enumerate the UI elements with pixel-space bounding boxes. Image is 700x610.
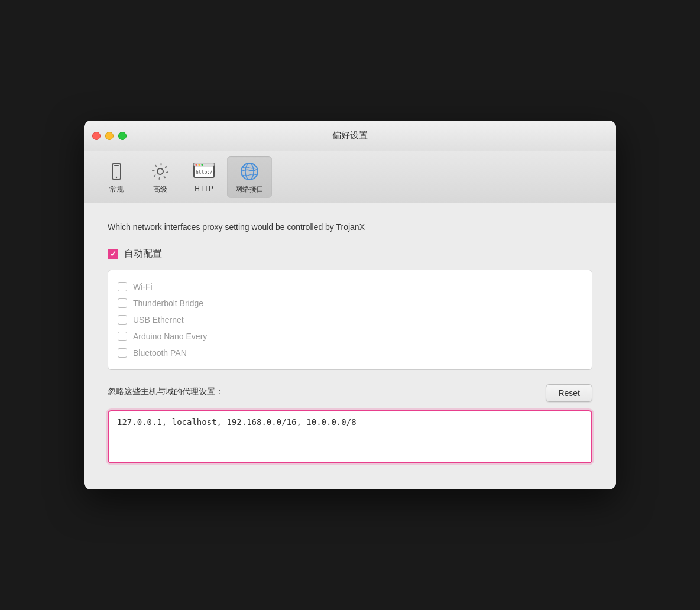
- tab-advanced-label: 高级: [153, 184, 167, 194]
- tab-advanced[interactable]: 高级: [140, 156, 181, 198]
- wifi-checkbox[interactable]: [118, 282, 127, 291]
- usb-ethernet-checkbox[interactable]: [118, 315, 127, 325]
- list-item: USB Ethernet: [118, 312, 582, 328]
- svg-point-3: [157, 168, 163, 174]
- http-icon: http://: [192, 160, 216, 183]
- list-item: Wi-Fi: [118, 278, 582, 295]
- tab-network[interactable]: 网络接口: [227, 156, 272, 198]
- bluetooth-label: Bluetooth PAN: [133, 348, 187, 358]
- auto-config-checkbox[interactable]: [108, 249, 118, 259]
- usb-ethernet-label: USB Ethernet: [133, 315, 184, 325]
- svg-point-8: [202, 164, 203, 166]
- svg-text:http://: http://: [196, 170, 215, 175]
- interfaces-list: Wi-Fi Thunderbolt Bridge USB Ethernet Ar…: [108, 270, 592, 370]
- title-bar: 偏好设置: [84, 121, 616, 151]
- svg-point-6: [196, 164, 197, 166]
- arduino-label: Arduino Nano Every: [133, 332, 207, 341]
- tab-general[interactable]: 常规: [96, 156, 137, 198]
- list-item: Arduino Nano Every: [118, 328, 582, 345]
- auto-config-label: 自动配置: [124, 248, 162, 260]
- ignore-label: 忽略这些主机与域的代理设置：: [108, 384, 223, 397]
- maximize-button[interactable]: [118, 132, 127, 140]
- tab-http-label: HTTP: [195, 184, 213, 193]
- reset-button[interactable]: Reset: [546, 384, 592, 402]
- globe-icon: [238, 160, 261, 183]
- tab-general-label: 常规: [109, 184, 124, 194]
- window-title: 偏好设置: [332, 130, 368, 141]
- proxy-textarea[interactable]: [108, 410, 592, 463]
- wifi-label: Wi-Fi: [133, 282, 153, 291]
- list-item: Thunderbolt Bridge: [118, 295, 582, 312]
- svg-point-2: [116, 177, 117, 178]
- preferences-window: 偏好设置 常规: [84, 121, 616, 489]
- bottom-section: 忽略这些主机与域的代理设置： Reset: [108, 384, 592, 402]
- close-button[interactable]: [92, 132, 101, 140]
- arduino-checkbox[interactable]: [118, 332, 127, 341]
- main-content: Which network interfaces proxy setting w…: [84, 203, 616, 489]
- tab-http[interactable]: http:// HTTP: [183, 156, 225, 198]
- list-item: Bluetooth PAN: [118, 345, 582, 361]
- thunderbolt-checkbox[interactable]: [118, 298, 127, 308]
- tab-network-label: 网络接口: [235, 184, 264, 194]
- traffic-lights: [92, 132, 127, 140]
- toolbar: 常规 高级: [84, 151, 616, 203]
- svg-point-12: [241, 163, 258, 180]
- gear-icon: [148, 160, 172, 183]
- thunderbolt-label: Thunderbolt Bridge: [133, 298, 203, 308]
- svg-point-7: [199, 164, 200, 166]
- description-text: Which network interfaces proxy setting w…: [108, 221, 592, 233]
- minimize-button[interactable]: [105, 132, 114, 140]
- auto-config-row: 自动配置: [108, 248, 592, 260]
- phone-icon: [105, 160, 128, 183]
- svg-rect-1: [114, 165, 119, 166]
- bluetooth-checkbox[interactable]: [118, 348, 127, 358]
